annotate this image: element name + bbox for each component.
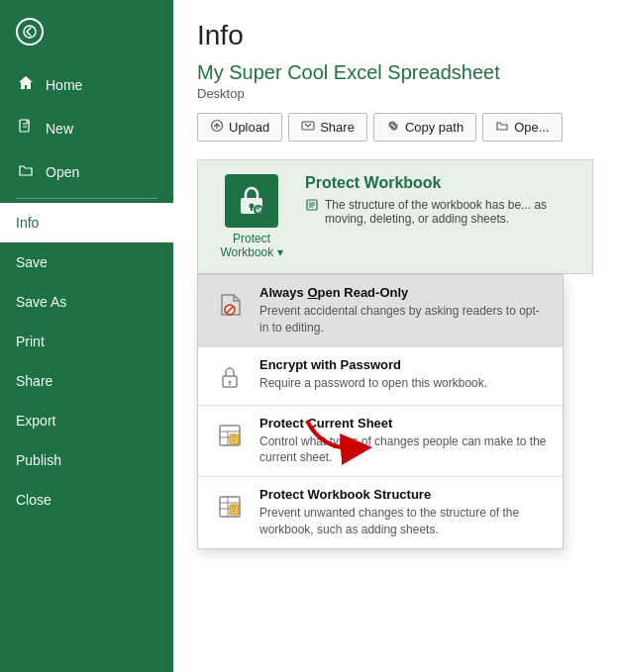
sidebar-item-close[interactable]: Close: [0, 480, 173, 520]
svg-point-32: [233, 510, 235, 512]
sidebar-item-close-label: Close: [16, 492, 51, 508]
copy-path-button[interactable]: Copy path: [373, 113, 476, 142]
sidebar-item-new-label: New: [46, 121, 73, 137]
share-label: Share: [320, 120, 355, 135]
dropdown-item-protect-sheet-content: Protect Current Sheet Control what types…: [259, 416, 549, 467]
protect-icon-area: ProtectWorkbook ▾: [212, 174, 291, 259]
dropdown-item-readonly-title: Always Open Read-Only: [259, 285, 549, 300]
protect-structure-icon: [212, 489, 248, 525]
protect-desc-text: The structure of the workbook has be... …: [325, 198, 578, 226]
copy-path-label: Copy path: [405, 120, 463, 135]
dropdown-item-protect-structure-title: Protect Workbook Structure: [259, 487, 549, 502]
sidebar-item-open[interactable]: Open: [0, 150, 173, 194]
open-location-icon: [495, 119, 509, 136]
protect-section: ProtectWorkbook ▾ Protect Workbook The s…: [197, 159, 593, 274]
sidebar-nav: Home New Open Info: [0, 63, 173, 520]
back-button[interactable]: [0, 0, 173, 63]
sidebar-item-save[interactable]: Save: [0, 242, 173, 282]
protect-icon-label: ProtectWorkbook ▾: [212, 232, 291, 259]
dropdown-item-readonly-content: Always Open Read-Only Prevent accidental…: [259, 285, 549, 336]
sidebar-item-export-label: Export: [16, 413, 55, 429]
dropdown-item-protect-sheet-title: Protect Current Sheet: [259, 416, 549, 431]
sidebar-item-print[interactable]: Print: [0, 322, 173, 361]
upload-button[interactable]: Upload: [197, 113, 282, 142]
dropdown-item-readonly[interactable]: Always Open Read-Only Prevent accidental…: [198, 275, 563, 346]
sidebar-item-home-label: Home: [46, 77, 82, 93]
sidebar-item-share[interactable]: Share: [0, 361, 173, 401]
home-icon: [16, 75, 36, 95]
svg-point-0: [24, 26, 36, 38]
page-title: Info: [197, 20, 593, 51]
sidebar-item-save-label: Save: [16, 254, 48, 270]
upload-icon: [210, 119, 224, 136]
protect-description: The structure of the workbook has be... …: [305, 198, 578, 226]
open-icon: [16, 162, 36, 182]
dropdown-item-encrypt[interactable]: Encrypt with Password Require a password…: [198, 347, 563, 405]
sidebar-item-export[interactable]: Export: [0, 401, 173, 440]
sidebar-item-info-label: Info: [16, 215, 39, 231]
svg-point-26: [233, 439, 235, 441]
sidebar-item-save-as-label: Save As: [16, 294, 66, 310]
dropdown-item-protect-sheet[interactable]: Protect Current Sheet Control what types…: [198, 406, 563, 477]
main-content: Info My Super Cool Excel Spreadsheet Des…: [173, 0, 617, 672]
protect-sheet-icon: [212, 418, 248, 453]
protect-content-title: Protect Workbook: [305, 174, 578, 192]
svg-point-19: [229, 380, 232, 383]
protect-content: Protect Workbook The structure of the wo…: [305, 174, 578, 226]
sidebar-item-publish-label: Publish: [16, 452, 61, 468]
protect-workbook-button[interactable]: [225, 174, 278, 228]
dropdown-item-readonly-desc: Prevent accidental changes by asking rea…: [259, 303, 549, 336]
open-location-label: Ope...: [514, 120, 549, 135]
upload-label: Upload: [229, 120, 269, 135]
sidebar-item-share-label: Share: [16, 373, 52, 389]
back-arrow-icon: [16, 18, 44, 46]
dropdown-item-protect-structure[interactable]: Protect Workbook Structure Prevent unwan…: [198, 477, 563, 548]
svg-rect-1: [20, 120, 29, 132]
sidebar: Home New Open Info: [0, 0, 173, 672]
svg-rect-6: [302, 122, 314, 130]
sidebar-item-new[interactable]: New: [0, 107, 173, 150]
protect-desc-icon: [305, 198, 319, 215]
copy-path-icon: [386, 119, 400, 136]
svg-line-17: [227, 307, 234, 314]
dropdown-item-protect-structure-content: Protect Workbook Structure Prevent unwan…: [259, 487, 549, 538]
sidebar-item-open-label: Open: [46, 164, 79, 180]
share-icon: [301, 119, 315, 136]
sidebar-item-publish[interactable]: Publish: [0, 440, 173, 480]
doc-location: Desktop: [197, 86, 593, 101]
open-location-button[interactable]: Ope...: [482, 113, 562, 142]
sidebar-item-print-label: Print: [16, 334, 45, 349]
dropdown-item-encrypt-content: Encrypt with Password Require a password…: [259, 357, 487, 392]
action-bar: Upload Share Copy path: [197, 113, 593, 142]
dropdown-item-protect-sheet-desc: Control what types of changes people can…: [259, 433, 549, 467]
share-button[interactable]: Share: [288, 113, 367, 142]
protect-dropdown: Always Open Read-Only Prevent accidental…: [197, 274, 564, 549]
sidebar-item-save-as[interactable]: Save As: [0, 282, 173, 322]
new-icon: [16, 119, 36, 139]
doc-title: My Super Cool Excel Spreadsheet: [197, 61, 593, 84]
sidebar-item-home[interactable]: Home: [0, 63, 173, 107]
dropdown-item-protect-structure-desc: Prevent unwanted changes to the structur…: [259, 505, 549, 538]
svg-point-8: [250, 204, 255, 209]
readonly-icon: [212, 287, 248, 323]
sidebar-item-info[interactable]: Info: [0, 203, 173, 242]
dropdown-item-encrypt-title: Encrypt with Password: [259, 357, 487, 372]
dropdown-item-encrypt-desc: Require a password to open this workbook…: [259, 375, 487, 392]
encrypt-icon: [212, 359, 248, 395]
sidebar-divider: [16, 198, 157, 199]
